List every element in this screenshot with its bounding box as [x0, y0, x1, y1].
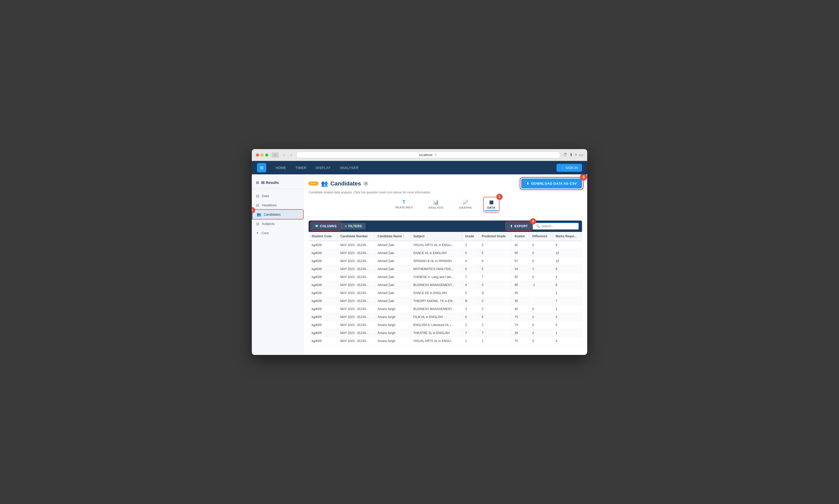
cell-12-8: 4	[552, 337, 582, 345]
table-row[interactable]: kgd036MAY 2023 - 01234...Ahmed ZakiCHINE…	[308, 273, 582, 281]
table-row[interactable]: kgd036MAY 2023 - 01234...Ahmed ZakiVISUA…	[308, 241, 582, 249]
table-row[interactable]: kgd036MAY 2023 - 01234...Ahmed ZakiDANCE…	[308, 289, 582, 297]
cell-9-0: kgd005	[308, 313, 337, 321]
columns-button[interactable]: 👁 COLUMNS	[312, 223, 340, 230]
cell-11-4: 7	[462, 329, 478, 337]
cell-3-6: 34	[511, 265, 529, 273]
export-button[interactable]: ⬆ EXPORT	[506, 223, 532, 230]
data-tab-icon: ▦	[489, 199, 494, 205]
cell-11-1: MAY 2023 - 01234...	[337, 329, 374, 337]
sidebar-item-candidates[interactable]: 👥 Candidates 1	[252, 210, 303, 219]
add-tab-icon[interactable]: +	[575, 152, 577, 157]
cell-5-7: -1	[529, 281, 552, 289]
cell-6-7	[529, 289, 552, 297]
cell-0-0: kgd036	[308, 241, 337, 249]
share-icon[interactable]: ⬆	[569, 152, 573, 157]
table-row[interactable]: kgd005MAY 2023 - 01234...Amara SinghBUSI…	[308, 305, 582, 313]
cell-12-4: 1	[462, 337, 478, 345]
tab-data[interactable]: 2 ▦ DATA	[485, 198, 498, 211]
cell-4-7: 0	[529, 273, 552, 281]
candidates-icon: 👥	[257, 212, 261, 216]
reload-icon[interactable]: ↻	[434, 153, 437, 157]
cell-2-8: 10	[552, 257, 582, 265]
cell-10-5: 2	[479, 321, 511, 329]
col-predicted-grade[interactable]: Predicted Grade	[479, 232, 511, 241]
cell-3-3: MATHEMATICS ANALYSIS...	[410, 265, 462, 273]
nav-analyser[interactable]: ANALYSER	[336, 164, 362, 172]
cell-7-5: C	[479, 297, 511, 305]
col-grade[interactable]: Grade	[462, 232, 478, 241]
sidebar-item-subjects[interactable]: ▤ Subjects	[252, 219, 303, 228]
col-scaled[interactable]: Scaled	[511, 232, 529, 241]
window-layout-icon[interactable]: ▭	[271, 152, 279, 158]
cell-2-2: Ahmed Zaki	[374, 257, 410, 265]
table-row[interactable]: kgd005MAY 2023 - 01234...Amara SinghVISU…	[308, 337, 582, 345]
core-icon: ✦	[256, 231, 259, 235]
sign-in-button[interactable]: → SIGN IN	[556, 164, 582, 172]
cell-4-0: kgd036	[308, 273, 337, 281]
cell-5-1: MAY 2023 - 01234...	[337, 281, 374, 289]
tab-headlines[interactable]: T HEADLINES	[393, 198, 415, 211]
col-candidate-name[interactable]: Candidate Name ↑	[374, 232, 410, 241]
cell-7-2: Ahmed Zaki	[374, 297, 410, 305]
address-bar[interactable]: localhost ↻	[297, 152, 560, 158]
nav-timer[interactable]: TIMER	[291, 164, 310, 172]
table-row[interactable]: kgd036MAY 2023 - 01234...Ahmed ZakiMATHE…	[308, 265, 582, 273]
tab-analysis[interactable]: 📊 ANALYSIS	[426, 198, 446, 211]
filters-button[interactable]: ≡ FILTERS	[341, 223, 365, 230]
table-row[interactable]: kgd036MAY 2023 - 01234...Ahmed ZakiTHEOR…	[308, 297, 582, 305]
table-row[interactable]: kgd005MAY 2023 - 01234...Amara SinghENGL…	[308, 321, 582, 329]
sidebar-toggle-icon[interactable]: ▭	[579, 152, 583, 157]
cell-1-4: 5	[462, 249, 478, 257]
close-dot[interactable]	[256, 154, 259, 157]
maximize-dot[interactable]	[265, 154, 268, 157]
table-row[interactable]: kgd036MAY 2023 - 01234...Ahmed ZakiDANCE…	[308, 249, 582, 257]
col-marks-required[interactable]: Marks Requi...	[552, 232, 582, 241]
cell-4-4: 7	[462, 273, 478, 281]
minimize-dot[interactable]	[261, 154, 264, 157]
cell-3-0: kgd036	[308, 265, 337, 273]
search-box[interactable]: 🔍	[533, 222, 579, 230]
nav-display[interactable]: DISPLAY	[312, 164, 335, 172]
table-row[interactable]: kgd036MAY 2023 - 01234...Ahmed ZakiSPANI…	[308, 257, 582, 265]
cell-7-1: MAY 2023 - 01234...	[337, 297, 374, 305]
col-candidate-number[interactable]: Candidate Number	[337, 232, 374, 241]
sidebar-item-data[interactable]: ▤ Data	[252, 191, 303, 200]
cell-8-3: BUSINESS MANAGEMENT...	[410, 305, 462, 313]
cell-4-1: MAY 2023 - 01234...	[337, 273, 374, 281]
cell-6-5: D	[479, 289, 511, 297]
data-icon: ▤	[256, 194, 259, 198]
cell-12-5: 1	[479, 337, 511, 345]
table-row[interactable]: kgd005MAY 2023 - 01234...Amara SinghTHEA…	[308, 329, 582, 337]
sidebar: ⊙ IB Results ▤ Data ▤ Headlines 👥 Candid…	[252, 174, 303, 355]
cell-10-4: 2	[462, 321, 478, 329]
col-difference[interactable]: Difference	[529, 232, 552, 241]
table-row[interactable]: kgd036MAY 2023 - 01234...Ahmed ZakiBUSIN…	[308, 281, 582, 289]
cell-11-0: kgd005	[308, 329, 337, 337]
cell-1-8: 10	[552, 249, 582, 257]
question-mark-icon[interactable]: ?	[363, 181, 368, 186]
sidebar-item-core[interactable]: ✦ Core	[252, 228, 303, 237]
browser-chrome: ▭ ‹ › localhost ↻ ⏱ ⬆ + ▭	[252, 149, 587, 161]
tab-graphs[interactable]: 📈 GRAPHS	[457, 198, 475, 211]
cell-1-1: MAY 2023 - 01234...	[337, 249, 374, 257]
filters-icon: ≡	[345, 224, 347, 228]
cell-10-6: 74	[511, 321, 529, 329]
search-input[interactable]	[541, 224, 575, 228]
back-button[interactable]: ‹	[282, 152, 286, 158]
cell-1-3: DANCE HL in ENGLISH	[410, 249, 462, 257]
download-csv-button[interactable]: ⬇ DOWNLOAD DATA AS CSV	[521, 179, 582, 188]
sidebar-item-headlines[interactable]: ▤ Headlines	[252, 200, 303, 210]
col-subject[interactable]: Subject	[410, 232, 462, 241]
data-table: Student Code Candidate Number Candidate …	[308, 232, 582, 345]
logo-icon: ⊞	[260, 165, 263, 170]
table-row[interactable]: kgd005MAY 2023 - 01234...Amara SinghFILM…	[308, 313, 582, 321]
browser-window: ▭ ‹ › localhost ↻ ⏱ ⬆ + ▭ ⊞ HOME TIMER D…	[252, 149, 587, 355]
cell-12-0: kgd005	[308, 337, 337, 345]
nav-home[interactable]: HOME	[271, 164, 290, 172]
history-icon[interactable]: ⏱	[563, 152, 567, 157]
cell-12-1: MAY 2023 - 01234...	[337, 337, 374, 345]
cell-6-6: 55	[511, 289, 529, 297]
forward-button[interactable]: ›	[289, 152, 293, 158]
col-student-code[interactable]: Student Code	[308, 232, 337, 241]
